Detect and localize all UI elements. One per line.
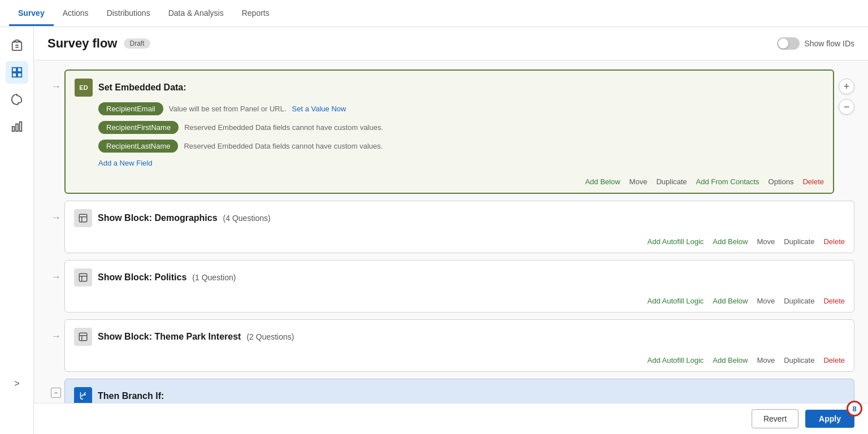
- embedded-add-below-link[interactable]: Add Below: [585, 177, 620, 186]
- svg-rect-8: [16, 124, 18, 131]
- demographics-title: Show Block: Demographics: [98, 213, 218, 223]
- demographics-move[interactable]: Move: [757, 237, 775, 246]
- draft-badge: Draft: [124, 38, 150, 49]
- svg-rect-6: [17, 73, 21, 77]
- politics-block-header: Show Block: Politics (1 Question): [65, 261, 854, 294]
- block-fields-embedded: RecipientEmail Value will be set from Pa…: [66, 102, 833, 173]
- add-new-field-link[interactable]: Add a New Field: [98, 159, 152, 167]
- politics-move[interactable]: Move: [757, 297, 775, 305]
- field-row-first-name: RecipientFirstName Reserved Embedded Dat…: [98, 121, 824, 134]
- sidebar-icon-chart[interactable]: [6, 115, 28, 138]
- politics-add-autofill[interactable]: Add Autofill Logic: [648, 297, 704, 305]
- show-flow-ids-toggle[interactable]: [777, 37, 800, 50]
- demographics-subtitle: (4 Questions): [223, 214, 271, 223]
- demographics-block-icon: [74, 209, 92, 227]
- flow-collapse-area: −: [47, 379, 64, 398]
- flow-side-buttons: + −: [839, 79, 854, 115]
- left-sidebar: >: [0, 27, 34, 434]
- theme-park-duplicate[interactable]: Duplicate: [784, 356, 814, 364]
- recipient-lastname-desc: Reserved Embedded Data fields cannot hav…: [184, 142, 383, 150]
- show-flow-ids-label: Show flow IDs: [804, 39, 854, 48]
- flow-container: → ED Set Embedded Data: RecipientEmail V…: [34, 60, 868, 434]
- block-header-embedded: ED Set Embedded Data:: [66, 71, 833, 102]
- recipient-firstname-desc: Reserved Embedded Data fields cannot hav…: [184, 123, 383, 132]
- sidebar-icon-layout[interactable]: [6, 61, 28, 84]
- demographics-add-below[interactable]: Add Below: [713, 237, 748, 246]
- tab-data-analysis[interactable]: Data & Analysis: [159, 2, 233, 26]
- politics-add-below[interactable]: Add Below: [713, 297, 748, 305]
- sidebar-expand[interactable]: >: [0, 379, 34, 389]
- apply-count-badge: 8: [847, 401, 862, 416]
- theme-park-block-header: Show Block: Theme Park Interest (2 Quest…: [65, 320, 854, 354]
- theme-park-move[interactable]: Move: [757, 356, 775, 364]
- demographics-delete[interactable]: Delete: [823, 237, 845, 246]
- apply-wrapper: Apply 8: [805, 410, 854, 428]
- svg-rect-5: [12, 73, 16, 77]
- svg-rect-0: [15, 40, 19, 42]
- sidebar-icon-clipboard[interactable]: [6, 34, 28, 57]
- tab-reports[interactable]: Reports: [233, 2, 279, 26]
- top-nav: Survey Actions Distributions Data & Anal…: [0, 0, 868, 27]
- svg-rect-13: [79, 274, 87, 281]
- politics-duplicate[interactable]: Duplicate: [784, 297, 814, 305]
- embedded-data-title: Set Embedded Data:: [98, 83, 186, 93]
- tab-distributions[interactable]: Distributions: [98, 2, 159, 26]
- embedded-block-actions: Add Below Move Duplicate Add From Contac…: [66, 173, 833, 193]
- svg-rect-7: [12, 127, 14, 131]
- page-header: Survey flow Draft Show flow IDs: [34, 27, 868, 60]
- flow-arrow-politics: →: [47, 260, 64, 283]
- embedded-data-icon: ED: [75, 79, 93, 97]
- politics-subtitle: (1 Question): [192, 273, 236, 282]
- tab-survey[interactable]: Survey: [9, 2, 54, 26]
- politics-block-icon: [74, 268, 92, 287]
- embedded-options-link[interactable]: Options: [769, 177, 794, 186]
- svg-rect-10: [79, 214, 87, 222]
- politics-delete[interactable]: Delete: [823, 297, 845, 305]
- demographics-block: Show Block: Demographics (4 Questions) A…: [64, 201, 854, 253]
- flow-arrow-theme-park: →: [47, 319, 64, 342]
- page-title: Survey flow: [47, 36, 117, 51]
- theme-park-delete[interactable]: Delete: [823, 356, 845, 364]
- embedded-duplicate-link[interactable]: Duplicate: [656, 177, 687, 186]
- svg-rect-4: [17, 68, 21, 72]
- revert-button[interactable]: Revert: [752, 409, 798, 428]
- main-content: Survey flow Draft Show flow IDs → ED: [34, 27, 868, 434]
- embedded-delete-link[interactable]: Delete: [802, 177, 824, 186]
- theme-park-title: Show Block: Theme Park Interest: [98, 332, 241, 342]
- toggle-knob: [778, 38, 788, 49]
- svg-rect-3: [12, 68, 16, 72]
- demographics-actions: Add Autofill Logic Add Below Move Duplic…: [65, 235, 854, 253]
- sidebar-icon-paint[interactable]: [6, 88, 28, 111]
- flow-row-theme-park: → Show Block: Theme Park Interest (2 Que…: [47, 319, 854, 372]
- recipient-email-tag: RecipientEmail: [98, 102, 163, 115]
- branch-title: Then Branch If:: [98, 391, 164, 401]
- app-layout: > Survey flow Draft Show flow IDs →: [0, 27, 868, 434]
- demographics-duplicate[interactable]: Duplicate: [784, 237, 814, 246]
- embedded-add-from-contacts-link[interactable]: Add From Contacts: [696, 177, 760, 186]
- collapse-button[interactable]: −: [51, 388, 61, 398]
- embedded-data-block: ED Set Embedded Data: RecipientEmail Val…: [64, 70, 834, 194]
- bottom-bar: Revert Apply 8: [34, 403, 868, 434]
- field-row-recipient-email: RecipientEmail Value will be set from Pa…: [98, 102, 824, 115]
- flow-row-politics: → Show Block: Politics (1 Question) Add: [47, 260, 854, 313]
- tab-actions[interactable]: Actions: [54, 2, 98, 26]
- theme-park-add-autofill[interactable]: Add Autofill Logic: [648, 356, 704, 364]
- recipient-firstname-tag: RecipientFirstName: [98, 121, 179, 134]
- theme-park-subtitle: (2 Questions): [246, 332, 294, 341]
- flow-row-embedded: → ED Set Embedded Data: RecipientEmail V…: [47, 70, 854, 194]
- flow-arrow-demographics: →: [47, 201, 64, 224]
- embedded-move-link[interactable]: Move: [630, 177, 648, 186]
- politics-block: Show Block: Politics (1 Question) Add Au…: [64, 260, 854, 313]
- demographics-add-autofill[interactable]: Add Autofill Logic: [648, 237, 704, 246]
- theme-park-actions: Add Autofill Logic Add Below Move Duplic…: [65, 354, 854, 371]
- recipient-lastname-tag: RecipientLastName: [98, 140, 178, 153]
- theme-park-block-icon: [74, 328, 92, 346]
- show-flow-ids-toggle-area: Show flow IDs: [777, 37, 854, 50]
- theme-park-add-below[interactable]: Add Below: [713, 356, 748, 364]
- field-row-last-name: RecipientLastName Reserved Embedded Data…: [98, 140, 824, 153]
- add-button[interactable]: +: [839, 79, 854, 94]
- set-value-now-link[interactable]: Set a Value Now: [292, 105, 346, 113]
- flow-arrow-embedded: →: [47, 70, 64, 93]
- minus-button[interactable]: −: [839, 99, 854, 115]
- svg-rect-16: [79, 333, 87, 341]
